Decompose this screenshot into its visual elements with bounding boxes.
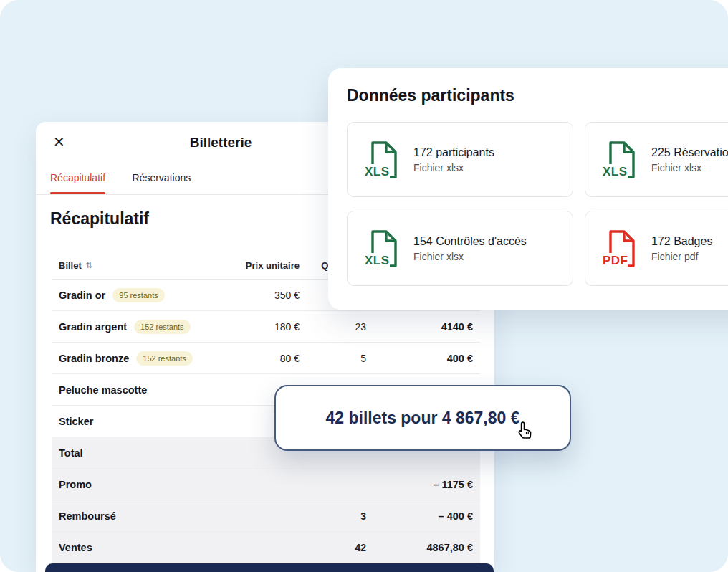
row-ticket-name: Total — [59, 447, 83, 459]
tab-reservations[interactable]: Réservations — [133, 163, 191, 194]
column-header-billet: Billet ⇅ — [52, 260, 221, 271]
tab-recapitulatif[interactable]: Récapitulatif — [50, 163, 105, 194]
file-meta: 154 Contrôles d'accès Fichier xlsx — [413, 235, 527, 262]
row-unit-price: 180 € — [221, 321, 300, 333]
file-card[interactable]: XLS 225 Réservations Fichier xlsx — [585, 122, 728, 197]
table-row[interactable]: Ventes 42 4867,80 € — [52, 532, 480, 563]
file-subtitle: Fichier xlsx — [651, 162, 728, 173]
file-type-icon: XLS — [363, 140, 401, 179]
column-header-billet-label: Billet — [59, 260, 82, 271]
file-meta: 172 Badges Fichier pdf — [651, 235, 712, 262]
row-ticket-name: Gradin argent — [59, 321, 127, 333]
row-ticket-name: Remboursé — [59, 510, 116, 522]
file-type-icon: XLS — [363, 229, 401, 268]
file-title: 172 Badges — [651, 235, 712, 248]
row-ticket-name: Sticker — [59, 416, 93, 427]
svg-text:XLS: XLS — [603, 165, 628, 178]
file-card[interactable]: XLS 172 participants Fichier xlsx — [347, 122, 573, 197]
table-row[interactable]: Gradin bronze 152 restants 80 € 5 400 € — [52, 343, 480, 374]
page-background: ✕ Billetterie Récapitulatif Réservations… — [0, 0, 728, 572]
file-type-icon: XLS — [601, 140, 638, 179]
stock-badge: 95 restants — [112, 288, 164, 302]
file-type-icon: PDF — [601, 229, 638, 268]
bottom-action-bar[interactable] — [45, 563, 494, 572]
file-title: 225 Réservations — [651, 146, 728, 159]
file-subtitle: Fichier pdf — [651, 251, 712, 262]
row-ticket-name: Gradin bronze — [59, 353, 129, 364]
stage: ✕ Billetterie Récapitulatif Réservations… — [0, 0, 728, 572]
participants-panel: Données participants XLS 172 participant… — [328, 68, 728, 310]
file-card[interactable]: PDF 172 Badges Fichier pdf — [585, 211, 728, 286]
table-row[interactable]: Promo – 1175 € — [52, 469, 480, 500]
row-total: – 400 € — [380, 510, 480, 522]
row-quantity: 23 — [300, 321, 380, 333]
files-grid: XLS 172 participants Fichier xlsx XLS 22… — [347, 122, 728, 286]
row-quantity: 5 — [300, 353, 380, 364]
row-unit-price: 350 € — [221, 290, 300, 301]
row-total: 4140 € — [380, 321, 480, 333]
row-quantity: 3 — [300, 510, 380, 522]
participants-title: Données participants — [347, 84, 728, 107]
row-ticket-name: Gradin or — [59, 290, 105, 301]
column-header-prix-unitaire: Prix unitaire — [221, 260, 300, 271]
tooltip-text: 42 billets pour 4 867,80 € — [325, 409, 519, 428]
stock-badge: 152 restants — [134, 320, 191, 334]
svg-text:XLS: XLS — [365, 254, 390, 267]
row-total: – 1175 € — [380, 479, 480, 490]
file-title: 154 Contrôles d'accès — [413, 235, 527, 248]
row-total: 4867,80 € — [380, 542, 480, 553]
section-heading: Récapitulatif — [50, 209, 149, 229]
file-meta: 172 participants Fichier xlsx — [413, 146, 494, 173]
svg-text:XLS: XLS — [365, 165, 390, 178]
svg-text:PDF: PDF — [603, 254, 628, 267]
file-meta: 225 Réservations Fichier xlsx — [651, 146, 728, 173]
row-ticket-name: Promo — [59, 479, 92, 490]
row-ticket-name: Peluche mascotte — [59, 384, 147, 396]
row-ticket-name: Ventes — [59, 542, 92, 553]
file-subtitle: Fichier xlsx — [413, 251, 527, 262]
row-quantity: 42 — [300, 542, 380, 553]
table-row[interactable]: Gradin argent 152 restants 180 € 23 4140… — [52, 311, 480, 343]
cursor-pointer-icon — [516, 420, 536, 442]
table-row[interactable]: Remboursé 3 – 400 € — [52, 500, 480, 532]
row-unit-price: 80 € — [221, 353, 300, 364]
file-subtitle: Fichier xlsx — [413, 162, 494, 173]
file-card[interactable]: XLS 154 Contrôles d'accès Fichier xlsx — [347, 211, 573, 286]
sort-icon[interactable]: ⇅ — [86, 261, 92, 270]
file-title: 172 participants — [413, 146, 494, 159]
row-total: 400 € — [380, 353, 480, 364]
stock-badge: 152 restants — [136, 351, 193, 366]
